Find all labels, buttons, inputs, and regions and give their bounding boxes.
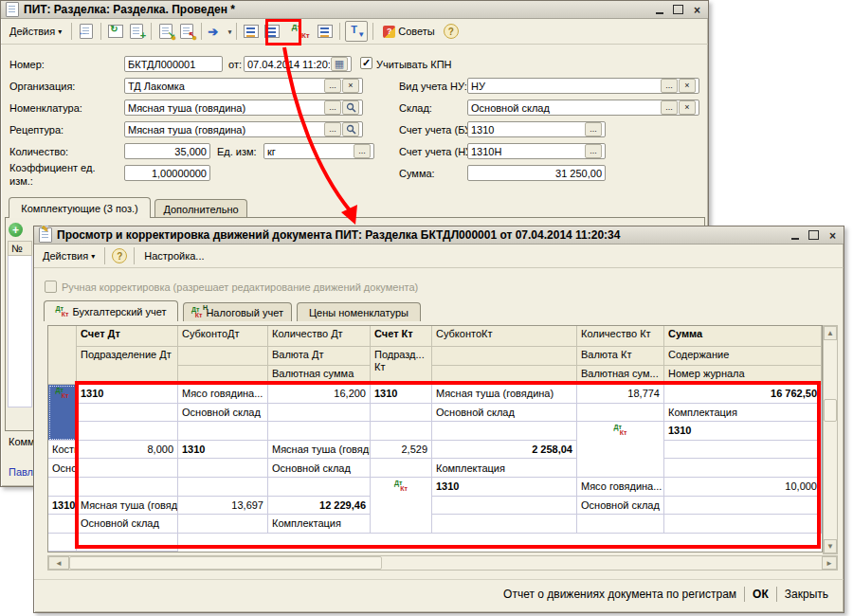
select-icon[interactable]: ... — [324, 122, 341, 136]
actions-button[interactable]: Действия ▾ — [38, 248, 100, 263]
dt-kt-movements-icon[interactable]: ДтКт — [287, 22, 314, 41]
cell-qty-dt[interactable]: 10,000 — [664, 478, 822, 497]
cell-podrazdelenie-kt[interactable] — [178, 459, 268, 478]
cell-subkonto-dt[interactable]: Основной склад — [178, 404, 268, 423]
cell-val-summa-dt[interactable] — [577, 515, 664, 534]
cell-subkonto-kt[interactable]: Мясная туша (говядина) — [432, 385, 577, 404]
cell-valuta-kt[interactable] — [178, 515, 268, 534]
minimize-icon[interactable] — [653, 4, 665, 15]
cell-schet-kt[interactable]: 1310 — [371, 385, 432, 404]
calendar-icon[interactable]: ▦ — [331, 57, 348, 71]
cell-subkonto-dt[interactable]: Мясо говядина... — [577, 478, 664, 497]
cell-subkonto-kt[interactable] — [77, 478, 178, 497]
cell-summa[interactable]: 16 762,50 — [664, 385, 822, 404]
cell-subkonto-kt[interactable]: Мясная туша (говядина) — [77, 497, 178, 516]
cell-val-summa-kt[interactable] — [48, 534, 77, 553]
minimize-icon[interactable] — [789, 229, 801, 241]
cell-podrazdelenie-kt[interactable] — [48, 515, 77, 534]
nu-account-field[interactable]: 1310Н ... — [467, 143, 606, 159]
cell-nomer-zhurnala[interactable] — [268, 478, 371, 497]
row-marker[interactable]: ДтКт — [371, 478, 432, 534]
kpn-checkbox[interactable]: ✓ — [360, 57, 372, 69]
vertical-scrollbar[interactable]: ▲ ▼ — [823, 325, 838, 554]
cell-valuta-dt[interactable] — [268, 404, 371, 423]
tab-tax[interactable]: ДтНКт Налоговый учет — [183, 302, 292, 321]
help-icon[interactable]: ? — [110, 246, 129, 265]
recipe-field[interactable]: Мясная туша (говядина) ... — [124, 121, 363, 137]
cell-val-summa-dt[interactable] — [48, 478, 77, 497]
coefficient-field[interactable]: 1,00000000 — [124, 165, 210, 181]
scroll-down-icon[interactable]: ▼ — [824, 539, 837, 553]
number-column[interactable] — [8, 256, 32, 408]
clear-icon[interactable]: × — [342, 79, 359, 93]
refresh-icon[interactable]: ↻ — [106, 22, 125, 41]
cell-val-summa-kt[interactable] — [178, 478, 268, 497]
select-icon[interactable]: ... — [324, 79, 341, 93]
cell-summa[interactable]: 12 229,46 — [268, 497, 371, 516]
nomenclature-field[interactable]: Мясная туша (говядина) ... — [124, 100, 363, 116]
warehouse-field[interactable]: Основной склад ... × — [467, 100, 699, 116]
movements-window-titlebar[interactable]: ✎ Просмотр и корректировка движений доку… — [34, 226, 844, 245]
cell-subkonto-dt[interactable] — [432, 515, 577, 534]
scroll-left-icon[interactable]: ◄ — [48, 556, 69, 570]
post-document-icon[interactable]: ↘● — [156, 22, 175, 41]
cell-soderzhanie[interactable]: Комплектация — [664, 404, 822, 423]
filter-icon[interactable]: Т▼ — [345, 21, 368, 42]
cell-schet-kt[interactable]: 1310 — [48, 497, 77, 516]
date-field[interactable]: 07.04.2014 11:20:34 ▦ — [244, 56, 352, 72]
cell-schet-dt[interactable]: 1310 — [77, 385, 178, 404]
cell-subkonto-dt[interactable]: Основной склад — [48, 459, 77, 478]
cell-qty-dt[interactable]: 8,000 — [77, 441, 178, 460]
organization-field[interactable]: ТД Лакомка ... × — [124, 78, 363, 94]
close-icon[interactable]: × — [826, 229, 839, 241]
row-marker[interactable]: ДтКт — [577, 422, 664, 478]
cell-summa[interactable]: 2 258,04 — [432, 441, 577, 460]
select-icon[interactable]: ... — [585, 144, 602, 158]
actions-button[interactable]: Действия ▾ — [5, 24, 66, 39]
tab-prices[interactable]: Цены номенклатуры — [297, 302, 421, 321]
cell-subkonto-kt[interactable] — [664, 515, 822, 534]
cell-subkonto-dt[interactable] — [664, 459, 822, 478]
cell-podrazdelenie-dt[interactable] — [664, 441, 822, 460]
maximize-icon[interactable] — [808, 229, 820, 241]
cell-valuta-kt[interactable] — [371, 459, 432, 478]
advice-button[interactable]: ? Советы — [378, 24, 439, 40]
cell-subkonto-kt[interactable]: Основной склад — [432, 404, 577, 423]
cell-qty-kt[interactable]: 2,529 — [371, 441, 432, 460]
check-rows-icon[interactable] — [263, 22, 281, 41]
select-icon[interactable]: ... — [661, 100, 678, 115]
nu-kind-field[interactable]: НУ ... × — [467, 78, 699, 94]
cell-nomer-zhurnala[interactable] — [77, 534, 178, 553]
scroll-right-icon[interactable]: ► — [822, 556, 837, 570]
cell-schet-kt[interactable]: 1310 — [178, 441, 268, 460]
unpost-document-icon[interactable]: ↖● — [177, 22, 196, 41]
row-structure-icon[interactable] — [242, 22, 261, 41]
cell-valuta-dt[interactable] — [664, 497, 822, 516]
goto-icon[interactable]: ➔▾ — [207, 22, 231, 41]
cell-subkonto-kt[interactable]: Основной склад — [268, 459, 371, 478]
unit-field[interactable]: кг ... — [263, 143, 374, 159]
settings-button[interactable]: Настройка... — [139, 248, 209, 263]
cell-valuta-kt[interactable] — [577, 404, 664, 423]
tab-components[interactable]: Комплектующие (3 поз.) — [9, 197, 151, 218]
tab-additional[interactable]: Дополнительно — [154, 199, 247, 218]
cell-schet-dt[interactable]: 1310 — [664, 422, 822, 441]
cell-subkonto-dt[interactable]: Основной склад — [577, 497, 664, 516]
cell-podrazdelenie-kt[interactable] — [371, 404, 432, 423]
document-window-titlebar[interactable]: ПИТ: Разделка: Разделка. Проведен * × — [1, 1, 708, 19]
manual-correction-checkbox[interactable] — [45, 281, 57, 293]
cell-subkonto-kt[interactable]: Основной склад — [77, 515, 178, 534]
row-marker[interactable]: ДтКт — [48, 385, 77, 441]
report-list-icon[interactable] — [316, 22, 335, 41]
quantity-field[interactable]: 35,000 — [124, 143, 210, 159]
cell-valuta-dt[interactable] — [77, 459, 178, 478]
ok-button[interactable]: ОК — [745, 588, 776, 601]
scroll-thumb[interactable] — [824, 399, 837, 422]
cell-val-summa-dt[interactable] — [178, 422, 268, 441]
select-icon[interactable]: ... — [661, 79, 678, 93]
horizontal-scrollbar[interactable]: ◄ ► — [47, 555, 838, 571]
cell-schet-dt[interactable]: 1310 — [432, 478, 577, 497]
close-button[interactable]: Закрыть — [777, 588, 836, 601]
select-icon[interactable]: ... — [585, 122, 602, 136]
maximize-icon[interactable] — [672, 4, 684, 15]
